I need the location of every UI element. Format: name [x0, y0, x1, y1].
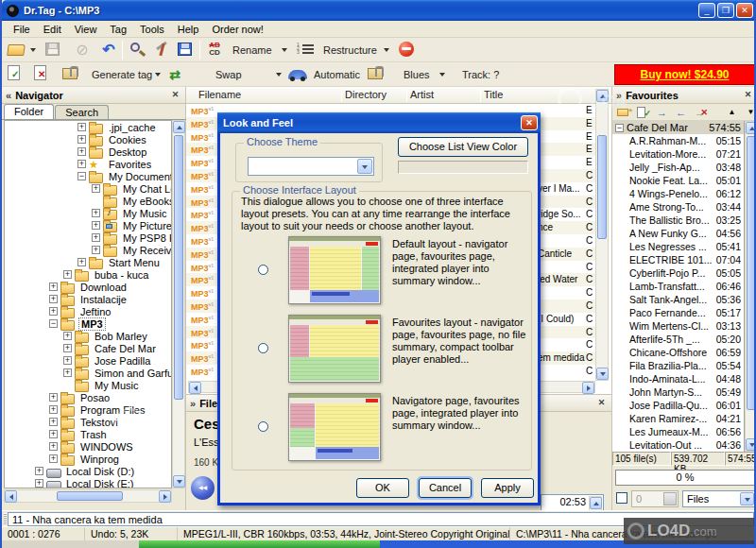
- expand-toggle-icon[interactable]: +: [35, 467, 43, 475]
- favourites-vscrollbar[interactable]: [745, 121, 756, 452]
- tree-item[interactable]: +Download: [5, 281, 171, 293]
- navigator-header[interactable]: « Navigator ✕: [2, 87, 185, 104]
- expand-toggle-icon[interactable]: +: [92, 184, 100, 193]
- expand-toggle-icon[interactable]: +: [92, 221, 100, 230]
- expand-toggle-icon[interactable]: −: [49, 319, 58, 328]
- rename-button[interactable]: Rename: [232, 44, 272, 56]
- expand-toggle-icon[interactable]: +: [49, 418, 58, 426]
- expand-toggle-icon[interactable]: +: [77, 135, 86, 144]
- favourite-track-row[interactable]: Ame Strong-To...03:44: [612, 200, 744, 214]
- swap-arrows-icon[interactable]: ⇄: [164, 66, 185, 85]
- favourite-track-row[interactable]: A.R.Rahman-M...05:15: [612, 134, 744, 147]
- scroll-left-icon[interactable]: [5, 490, 17, 503]
- favourite-track-row[interactable]: Salt Tank-Angel...05:36: [612, 293, 744, 306]
- generate-tag-button[interactable]: Generate tag: [92, 69, 152, 80]
- freedb-icon[interactable]: ABCD: [204, 42, 225, 60]
- favourite-track-row[interactable]: Indo-Aminata-L...04:48: [612, 372, 744, 385]
- expand-toggle-icon[interactable]: +: [63, 368, 72, 377]
- start-button-sliver[interactable]: [139, 540, 380, 548]
- tree-item[interactable]: +Winprog: [5, 453, 171, 465]
- scroll-down-icon[interactable]: [596, 368, 609, 380]
- close-button[interactable]: ✕: [736, 3, 753, 18]
- scroll-up-icon[interactable]: [746, 122, 756, 134]
- genre-dropdown-icon[interactable]: [439, 73, 445, 79]
- chevron-down-icon[interactable]: [740, 492, 754, 505]
- tree-item[interactable]: +WINDOWS: [5, 440, 171, 453]
- restructure-button[interactable]: Restructure: [323, 44, 377, 56]
- favourite-track-row[interactable]: A New Funky G...04:56: [612, 227, 744, 240]
- scroll-right-icon[interactable]: [159, 490, 171, 503]
- expand-toggle-icon[interactable]: +: [77, 160, 86, 168]
- tree-item[interactable]: +Program Files: [5, 403, 171, 416]
- favourite-track-row[interactable]: Les Negresses ...05:41: [612, 240, 744, 253]
- tree-item[interactable]: +Local Disk (E:): [5, 477, 171, 488]
- expand-toggle-icon[interactable]: +: [49, 307, 58, 316]
- expand-toggle-icon[interactable]: −: [77, 172, 86, 180]
- scroll-down-icon[interactable]: [173, 475, 185, 488]
- menu-item-tools[interactable]: Tools: [134, 23, 170, 36]
- expand-toggle-icon[interactable]: +: [35, 479, 43, 488]
- expand-toggle-icon[interactable]: +: [92, 233, 100, 242]
- generate-tag-dropdown-icon[interactable]: [155, 73, 161, 79]
- navigator-hscrollbar[interactable]: [4, 489, 172, 503]
- scroll-thumb[interactable]: [174, 135, 183, 400]
- remove-track-icon[interactable]: →✕: [692, 106, 708, 119]
- collapse-group-icon[interactable]: −: [615, 124, 624, 132]
- scroll-thumb[interactable]: [747, 136, 756, 410]
- menu-item-help[interactable]: Help: [172, 23, 205, 36]
- menu-item-order-now-[interactable]: Order now!: [206, 23, 268, 36]
- tree-item[interactable]: +My Chat Logs: [5, 182, 171, 195]
- file-list-vscrollbar[interactable]: [595, 89, 609, 381]
- tree-item[interactable]: +My Received Fil: [5, 244, 171, 256]
- layout-radio-3[interactable]: [258, 421, 268, 432]
- minimize-button[interactable]: _: [698, 3, 715, 18]
- generate-tag-icon[interactable]: [62, 68, 77, 79]
- expand-toggle-icon[interactable]: +: [77, 258, 86, 266]
- count-spinner[interactable]: 0: [631, 490, 679, 507]
- tree-item[interactable]: +Instalacije: [5, 293, 171, 305]
- scroll-left-icon[interactable]: [189, 382, 201, 394]
- favourite-track-row[interactable]: The Ballistic Bro...03:25: [612, 214, 744, 227]
- file-summary-close-icon[interactable]: ✕: [595, 397, 608, 409]
- limit-checkbox[interactable]: [616, 492, 627, 504]
- tree-item[interactable]: −My Documents: [5, 170, 171, 182]
- doc-check-icon[interactable]: ✓: [8, 65, 20, 80]
- favourite-track-row[interactable]: Nookie Feat. La...05:01: [612, 174, 744, 187]
- favourite-track-row[interactable]: Lamb-Transfatt...06:46: [612, 280, 744, 293]
- maximize-button[interactable]: ❐: [717, 3, 734, 18]
- rename-dropdown-icon[interactable]: [282, 48, 287, 55]
- expand-toggle-icon[interactable]: +: [49, 454, 58, 463]
- cancel-button[interactable]: Cancel: [419, 478, 472, 498]
- tree-item[interactable]: +Simon and Garfunkel's: [5, 367, 171, 379]
- favourite-track-row[interactable]: Jelly _Fish-Ap...03:48: [612, 161, 744, 174]
- favourite-track-row[interactable]: Chicane-Offshore06:59: [612, 346, 744, 359]
- navigator-close-icon[interactable]: ✕: [169, 89, 181, 101]
- column-title[interactable]: Title: [484, 89, 503, 100]
- navigator-vscrollbar[interactable]: [172, 120, 185, 488]
- dialog-close-button[interactable]: ✕: [521, 115, 538, 130]
- apply-button[interactable]: Apply: [481, 478, 534, 498]
- column-directory[interactable]: Directory: [345, 89, 387, 100]
- expand-toggle-icon[interactable]: +: [63, 332, 72, 340]
- edit-tool-icon[interactable]: [153, 43, 174, 61]
- collapse-right-icon[interactable]: »: [190, 398, 196, 409]
- new-playlist-icon[interactable]: *: [616, 106, 632, 119]
- scroll-up-icon[interactable]: [590, 497, 602, 509]
- menu-item-tag[interactable]: Tag: [104, 23, 132, 36]
- swap-dropdown-icon[interactable]: [276, 73, 282, 79]
- tree-item[interactable]: +♪My Music: [5, 207, 171, 219]
- favourite-track-row[interactable]: Jose Padilla-Qu...06:01: [612, 399, 744, 412]
- tag-check-icon[interactable]: [368, 68, 383, 79]
- title-bar[interactable]: Dr.Tag - C:\MP3 _ ❐ ✕: [2, 0, 756, 21]
- save-as-icon[interactable]: [178, 43, 192, 56]
- collapse-left-icon[interactable]: «: [6, 90, 11, 101]
- expand-toggle-icon[interactable]: +: [49, 393, 58, 402]
- move-down-icon[interactable]: ▼: [743, 106, 756, 119]
- scroll-thumb[interactable]: [597, 135, 607, 239]
- tree-item[interactable]: +My PSP8 Files: [5, 231, 171, 244]
- open-folder-dropdown-icon[interactable]: [30, 48, 36, 55]
- expand-toggle-icon[interactable]: +: [92, 246, 100, 254]
- tree-item[interactable]: +Posao: [5, 391, 171, 403]
- menu-item-edit[interactable]: Edit: [38, 23, 67, 36]
- tree-item[interactable]: +Bob Marley: [5, 330, 171, 342]
